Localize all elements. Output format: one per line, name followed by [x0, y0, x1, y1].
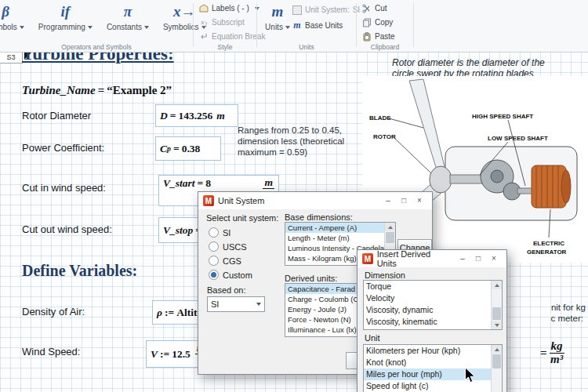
scroll-up-icon[interactable] — [492, 345, 502, 354]
labels-menu-button[interactable]: Labels ( - ) — [199, 2, 256, 14]
close-button[interactable]: × — [486, 250, 502, 267]
programming-menu-button[interactable]: if Programming — [35, 2, 96, 31]
radio-icon — [209, 241, 219, 252]
list-item-speed-of-light[interactable]: Speed of light (c) — [364, 380, 502, 392]
heading-turbine-properties: Turbine Properties: — [22, 52, 174, 64]
minimize-button[interactable]: – — [455, 250, 470, 267]
ribbon-group-units: m Units Unit System: SI m Base Units Uni… — [258, 0, 355, 52]
worksheet-tab[interactable]: S3 — [0, 52, 23, 64]
math-region-rotor-diameter[interactable]: D=143.256m — [155, 104, 238, 127]
app-window: β Symbols if Programming π Constants x→ … — [0, 0, 588, 392]
maximize-button[interactable]: □ — [396, 192, 412, 209]
paste-button[interactable]: Paste — [362, 31, 412, 42]
scrollbar-thumb[interactable] — [386, 232, 394, 243]
ribbon-separator — [256, 3, 257, 47]
scrollbar-thumb[interactable] — [492, 354, 501, 368]
scrollbar-thumb[interactable] — [492, 307, 501, 320]
labels-label: Labels ( - ) — [212, 4, 249, 13]
equals-operator: = — [173, 143, 180, 155]
label-tag-icon — [199, 4, 209, 13]
list-item-viscosity-dynamic[interactable]: Viscosity, dynamic — [364, 304, 502, 316]
define-operator: := — [165, 307, 174, 319]
minimize-button[interactable]: – — [380, 192, 396, 209]
value: 8 — [205, 177, 211, 190]
radio-label: SI — [223, 228, 230, 238]
list-item-kilometers-per-hour[interactable]: Kilometers per Hour (kph) — [364, 345, 502, 357]
radio-custom[interactable]: Custom — [209, 270, 252, 280]
high-speed-shaft — [517, 188, 533, 194]
power-coefficient-note: Ranges from 0.25 to 0.45, dimension less… — [238, 125, 344, 158]
note-line: dimension less (theoretical — [238, 136, 344, 147]
chevron-down-icon — [20, 26, 24, 29]
unit-listbox[interactable]: Kilometers per Hour (kph) Knot (knot) Mi… — [363, 344, 503, 392]
meter-unit-icon: m — [263, 2, 292, 21]
mathcad-logo-icon: M — [362, 253, 373, 264]
select-unit-system-label: Select unit system: — [206, 213, 278, 223]
copy-button[interactable]: Copy — [362, 16, 412, 28]
scroll-down-icon[interactable] — [492, 321, 502, 329]
list-item-knot[interactable]: Knot (knot) — [364, 357, 502, 368]
clipped-text-fragment: nit for kg — [551, 303, 586, 312]
based-on-label: Based on: — [207, 285, 246, 295]
radio-uscs[interactable]: USCS — [209, 241, 247, 252]
label-low-speed-shaft: LOW SPEED SHAFT — [488, 135, 548, 142]
copy-label: Copy — [375, 18, 393, 27]
close-button[interactable]: × — [412, 192, 427, 209]
label-density-of-air: Density of Air: — [22, 306, 85, 318]
dimension-listbox[interactable]: Torque Velocity Viscosity, dynamic Visco… — [363, 280, 503, 330]
gearbox-gear-core — [491, 170, 503, 183]
clipped-text-fragment: c meter: — [550, 314, 583, 323]
list-item-torque[interactable]: Torque — [364, 281, 502, 292]
subscript-button[interactable]: x2 Subscript — [199, 16, 256, 28]
value: 12.5 — [172, 348, 191, 361]
equals-operator: = — [98, 84, 105, 96]
list-item-length-meter[interactable]: Length - Meter (m) — [285, 233, 395, 243]
maximize-button[interactable]: □ — [470, 250, 486, 267]
equation-break-button[interactable]: Equation Break — [199, 31, 256, 42]
radio-cgs[interactable]: CGS — [209, 256, 241, 266]
symbols-menu-button[interactable]: β Symbols — [0, 2, 27, 31]
base-units-button[interactable]: m Base Units — [292, 20, 343, 31]
base-units-label: Base Units — [305, 21, 343, 30]
label-blade: BLADE — [369, 114, 391, 122]
variable-C: C — [160, 143, 167, 155]
list-item-current-ampere[interactable]: Current - Ampere (A) — [285, 223, 395, 233]
unit-system-dialog-titlebar[interactable]: M Unit System – □ × — [198, 192, 432, 209]
math-region-power-coefficient[interactable]: Cp=0.38 — [155, 136, 221, 161]
scrollbar[interactable] — [491, 281, 502, 329]
based-on-select[interactable]: SI — [207, 296, 265, 312]
ribbon-separator — [356, 3, 357, 47]
math-region-turbine-name[interactable]: Turbine_Name=“Example 2” — [22, 84, 172, 97]
copy-icon — [362, 18, 372, 27]
group-label-operators: Operators and Symbols — [0, 43, 193, 51]
derived-units-label: Derived units: — [285, 274, 337, 283]
scrollbar[interactable] — [491, 345, 502, 392]
scroll-up-icon[interactable] — [385, 223, 395, 231]
note-line: maximum = 0.59) — [238, 147, 344, 158]
ribbon-group-style: Labels ( - ) x2 Subscript Equation Break… — [194, 0, 256, 52]
label-high-speed-shaft: HIGH SPEED SHAFT — [472, 113, 533, 120]
generator-endcap — [561, 170, 571, 203]
paste-label: Paste — [375, 32, 395, 41]
label-cut-in-wind-speed: Cut in wind speed: — [22, 182, 106, 194]
turbine-name-value: “Example 2” — [107, 84, 172, 96]
radio-si[interactable]: SI — [209, 227, 230, 238]
beta-symbol-icon: β — [0, 2, 24, 21]
radio-label: CGS — [223, 256, 241, 266]
units-menu-button[interactable]: m Units — [260, 2, 296, 31]
programming-label: Programming — [38, 23, 85, 31]
unit-denominator: m³ — [550, 354, 563, 366]
insert-derived-units-titlebar[interactable]: M Insert Derived Units – □ × — [358, 250, 506, 267]
list-item-velocity[interactable]: Velocity — [364, 292, 502, 304]
equation-break-icon — [199, 32, 209, 42]
cut-button[interactable]: Cut — [362, 2, 412, 14]
mathcad-logo-icon: M — [203, 195, 214, 206]
list-item-miles-per-hour[interactable]: Miles per hour (mph) — [364, 368, 502, 380]
label-rotor: ROTOR — [373, 133, 396, 140]
constants-menu-button[interactable]: π Constants — [103, 2, 152, 31]
symbols-label: Symbols — [0, 23, 17, 31]
unit-system-icon — [292, 5, 302, 15]
list-item-viscosity-kinematic[interactable]: Viscosity, kinematic — [364, 316, 502, 328]
unit-system-indicator: Unit System: SI — [292, 4, 360, 16]
scroll-up-icon[interactable] — [492, 281, 502, 289]
